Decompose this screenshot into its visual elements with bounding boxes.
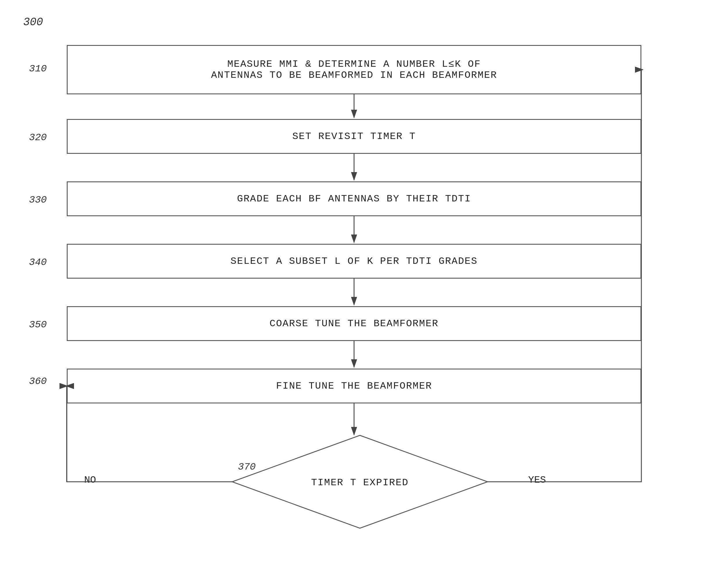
svg-text:TIMER T EXPIRED: TIMER T EXPIRED: [311, 477, 409, 488]
step-340-label: 340: [29, 257, 47, 268]
diamond-label: 370: [238, 461, 256, 472]
step-360-box: FINE TUNE THE BEAMFORMER: [67, 369, 641, 403]
step-340-text: SELECT A SUBSET L OF K PER TDTI GRADES: [230, 256, 478, 267]
step-310-text2: ANTENNAS TO BE BEAMFORMED IN EACH BEAMFO…: [211, 70, 497, 81]
step-320-label: 320: [29, 132, 47, 143]
step-350-text: COARSE TUNE THE BEAMFORMER: [270, 318, 439, 329]
step-340-box: SELECT A SUBSET L OF K PER TDTI GRADES: [67, 244, 641, 279]
svg-marker-8: [232, 435, 488, 528]
no-label: NO: [84, 475, 96, 486]
step-330-box: GRADE EACH BF ANTENNAS BY THEIR TDTI: [67, 182, 641, 216]
step-320-box: SET REVISIT TIMER T: [67, 119, 641, 154]
step-320-text: SET REVISIT TIMER T: [292, 131, 416, 142]
step-350-label: 350: [29, 319, 47, 330]
step-310-box: MEASURE MMI & DETERMINE A NUMBER L≤K OF …: [67, 45, 641, 94]
diagram-container: 300 MEASURE MMI & DETERMINE A NUMBER L≤K…: [0, 0, 720, 588]
step-310-label: 310: [29, 63, 47, 74]
yes-label: YES: [528, 475, 546, 486]
step-330-text: GRADE EACH BF ANTENNAS BY THEIR TDTI: [237, 193, 471, 204]
step-330-label: 330: [29, 194, 47, 206]
step-360-text: FINE TUNE THE BEAMFORMER: [276, 380, 432, 392]
figure-label: 300: [23, 16, 43, 28]
step-350-box: COARSE TUNE THE BEAMFORMER: [67, 306, 641, 341]
step-310-text1: MEASURE MMI & DETERMINE A NUMBER L≤K OF: [227, 59, 481, 70]
step-360-label: 360: [29, 376, 47, 387]
